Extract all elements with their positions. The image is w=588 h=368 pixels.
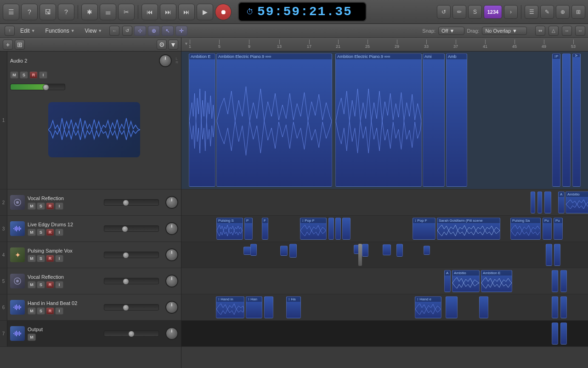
track-6-mute[interactable]: M — [28, 307, 36, 315]
toolbar-btn-mixer[interactable]: ⚌ — [100, 4, 116, 20]
clip-4-8[interactable] — [396, 244, 403, 257]
clip-1-tall-3[interactable]: A — [572, 53, 581, 187]
clip-3-6[interactable] — [335, 218, 341, 240]
clip-3-12[interactable]: Pu — [554, 218, 563, 240]
adjust-btn-1[interactable]: ⇔ — [535, 26, 545, 36]
end-button[interactable]: ⏭ — [178, 4, 195, 20]
rewind-button[interactable]: ⏮ — [141, 4, 158, 20]
track-2-input[interactable]: I — [55, 202, 63, 210]
clip-3-2[interactable]: P — [244, 218, 253, 240]
s-button[interactable]: S — [468, 5, 482, 19]
track-6-volume[interactable] — [104, 304, 159, 310]
clip-2-1[interactable]: A — [558, 191, 565, 213]
track-7-mute[interactable]: M — [28, 334, 36, 341]
clip-7-1[interactable] — [552, 322, 558, 345]
track-1-volume[interactable] — [10, 84, 65, 90]
menu-edit[interactable]: Edit ▼ — [16, 26, 40, 35]
track-3-pan[interactable] — [165, 222, 178, 235]
track-1-pan-knob[interactable] — [159, 54, 172, 67]
track-4-record[interactable]: R — [46, 255, 54, 262]
chevron-btn[interactable]: › — [504, 5, 518, 19]
menu-functions[interactable]: Functions ▼ — [41, 26, 79, 35]
clip-1-3[interactable]: Ambition Electric Piano.9 ∞∞ — [335, 53, 422, 187]
num-button[interactable]: 1234 — [484, 5, 502, 19]
clip-4-4[interactable] — [289, 244, 297, 258]
track-2-volume[interactable] — [104, 199, 159, 206]
clip-3-9[interactable]: Sarah Goldfarm (Pill scene — [437, 218, 500, 240]
list-view-button[interactable]: ☰ — [525, 5, 538, 19]
clip-4-3[interactable] — [280, 246, 288, 256]
add-folder-button[interactable]: ⊞ — [15, 40, 25, 50]
clip-5-4[interactable] — [552, 270, 558, 292]
edit-view-button[interactable]: ✎ — [540, 5, 554, 19]
track-2-record[interactable]: R — [46, 202, 54, 210]
clip-6-3[interactable] — [264, 296, 273, 318]
clip-6-7[interactable] — [479, 296, 488, 318]
adjust-btn-4[interactable]: ↔ — [575, 26, 585, 36]
mode-btn-2[interactable]: ⊕ — [148, 26, 160, 36]
track-1-input[interactable]: I — [39, 71, 47, 79]
clip-4-7[interactable] — [383, 244, 391, 255]
track-2-solo[interactable]: S — [37, 202, 45, 210]
clip-6-2[interactable]: ↕ Han — [246, 296, 262, 318]
track-5-mute[interactable]: M — [28, 281, 36, 288]
track-6-record[interactable]: R — [46, 307, 54, 315]
track-4-mute[interactable]: M — [28, 255, 36, 262]
track-5-solo[interactable]: S — [37, 281, 45, 288]
track-5-input[interactable]: I — [55, 281, 63, 288]
menu-view[interactable]: View ▼ — [80, 26, 107, 35]
back-button[interactable]: ↑ — [5, 26, 15, 36]
track-3-record[interactable]: R — [46, 229, 54, 236]
add-track-button[interactable]: + — [3, 40, 13, 50]
clip-4-13[interactable] — [554, 244, 560, 266]
clip-4-12[interactable] — [546, 244, 552, 266]
track-7-pan[interactable] — [165, 327, 178, 340]
undo-button[interactable]: ↺ — [437, 5, 451, 19]
toolbar-btn-save[interactable]: 🖫 — [40, 4, 56, 20]
track-6-input[interactable]: I — [55, 307, 63, 315]
fast-forward-button[interactable]: ⏭ — [160, 4, 176, 20]
clip-3-4[interactable]: ↕ Pop F — [300, 218, 327, 240]
record-button[interactable]: ⏺ — [215, 4, 232, 20]
track-7-volume[interactable] — [104, 330, 159, 337]
clip-5-1[interactable]: A — [444, 270, 451, 292]
clip-4-2[interactable] — [250, 244, 257, 256]
clip-3-1[interactable]: Pulsing S — [216, 218, 243, 240]
clip-1-2[interactable]: Ambition Electric Piano.9 ∞∞ — [216, 53, 332, 187]
clip-6-9[interactable] — [560, 296, 567, 318]
clip-3-11[interactable]: Pu — [543, 218, 552, 240]
clip-1-tall-2[interactable] — [562, 53, 571, 187]
adjust-btn-2[interactable]: △ — [548, 26, 559, 36]
track-4-input[interactable]: I — [55, 255, 63, 262]
nav-cycle[interactable]: ↺ — [122, 26, 132, 36]
mode-btn-1[interactable]: ⊹ — [134, 26, 146, 36]
nav-left[interactable]: ← — [109, 26, 119, 36]
track-2-pan[interactable] — [165, 196, 178, 209]
grid-button[interactable]: ⊞ — [571, 5, 585, 19]
clip-4-9[interactable] — [424, 246, 430, 255]
clip-3-3[interactable]: F — [262, 218, 268, 240]
clip-1-5[interactable]: Amb — [446, 53, 467, 187]
track-3-mute[interactable]: M — [28, 229, 36, 236]
clip-5-2[interactable]: Ambitio — [452, 270, 480, 292]
track-4-pan[interactable] — [165, 248, 178, 261]
clip-5-3[interactable]: Ambition E — [481, 270, 512, 292]
clip-1-tall-1[interactable]: ↕P — [552, 53, 560, 187]
track-3-input[interactable]: I — [55, 229, 63, 236]
clip-3-5[interactable] — [328, 218, 334, 240]
track-1-mute[interactable]: M — [10, 71, 18, 79]
track-1-solo[interactable]: S — [20, 71, 28, 79]
clip-3-10[interactable]: Pulsing Sa — [510, 218, 541, 240]
track-4-solo[interactable]: S — [37, 255, 45, 262]
play-button[interactable]: ▶ — [197, 4, 213, 20]
track-config-button[interactable]: ⚙ — [157, 40, 167, 50]
clip-1-1[interactable]: Ambition E — [189, 53, 215, 187]
track-5-volume[interactable] — [104, 278, 159, 284]
track-3-solo[interactable]: S — [37, 229, 45, 236]
search-button[interactable]: ⊕ — [556, 5, 570, 19]
clip-7-2[interactable] — [560, 322, 567, 345]
clip-2-tall-2[interactable] — [537, 191, 542, 213]
clip-3-8[interactable]: ↕ Pop F — [413, 218, 435, 240]
clip-6-1[interactable]: ↕ Hand in — [216, 296, 244, 318]
track-6-solo[interactable]: S — [37, 307, 45, 315]
